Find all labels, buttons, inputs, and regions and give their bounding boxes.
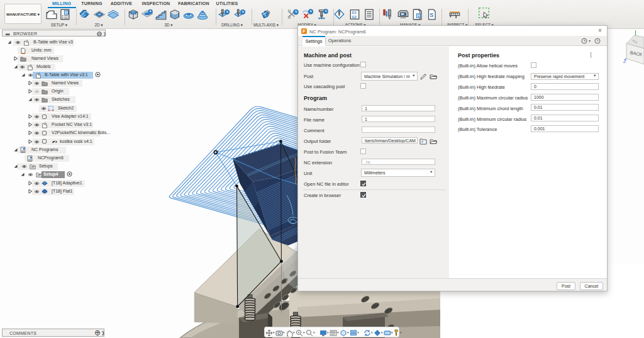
svg-text:S: S: [430, 12, 433, 18]
svg-text:G: G: [65, 11, 68, 14]
svg-text:G: G: [418, 14, 420, 18]
svg-text:G1: G1: [352, 11, 357, 14]
svg-text:G2: G2: [352, 15, 357, 19]
svg-text:?: ?: [596, 39, 599, 43]
